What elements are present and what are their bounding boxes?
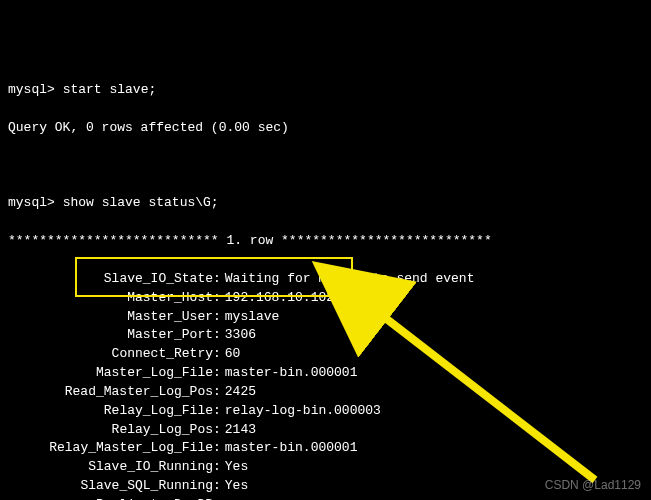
status-label: Master_Host [8, 289, 213, 308]
watermark: CSDN @Lad1129 [545, 477, 641, 494]
mysql-prompt: mysql> [8, 195, 55, 210]
colon: : [213, 440, 221, 455]
colon: : [213, 422, 221, 437]
status-label: Relay_Log_Pos [8, 421, 213, 440]
row-divider: *************************** 1. row *****… [8, 232, 643, 251]
status-label: Relay_Master_Log_File [8, 439, 213, 458]
colon: : [213, 271, 221, 286]
blank-line [8, 157, 643, 176]
status-row-read_master_log_pos: Read_Master_Log_Pos:2425 [8, 383, 643, 402]
colon: : [213, 384, 221, 399]
colon: : [213, 365, 221, 380]
status-value: 60 [221, 346, 241, 361]
mysql-prompt: mysql> [8, 82, 55, 97]
status-value: 2425 [221, 384, 256, 399]
status-row-connect_retry: Connect_Retry:60 [8, 345, 643, 364]
response-ok: Query OK, 0 rows affected (0.00 sec) [8, 119, 643, 138]
status-value: myslave [221, 309, 280, 324]
status-value: 3306 [221, 327, 256, 342]
status-value: 192.168.10.102 [221, 290, 334, 305]
status-label: Read_Master_Log_Pos [8, 383, 213, 402]
status-label: Relay_Log_File [8, 402, 213, 421]
status-row-master_port: Master_Port:3306 [8, 326, 643, 345]
colon: : [213, 478, 221, 493]
status-row-master_log_file: Master_Log_File:master-bin.000001 [8, 364, 643, 383]
status-label: Slave_SQL_Running [8, 477, 213, 496]
status-label: Master_Log_File [8, 364, 213, 383]
colon: : [213, 346, 221, 361]
status-label: Replicate_Do_DB [8, 496, 213, 500]
status-row-relay_log_pos: Relay_Log_Pos:2143 [8, 421, 643, 440]
status-label: Master_Port [8, 326, 213, 345]
status-label: Master_User [8, 308, 213, 327]
status-value: Yes [221, 459, 248, 474]
status-row-slave_io_state: Slave_IO_State:Waiting for master to sen… [8, 270, 643, 289]
cmd-line-2: mysql> show slave status\G; [8, 194, 643, 213]
status-value: master-bin.000001 [221, 365, 358, 380]
colon: : [213, 403, 221, 418]
status-label: Slave_IO_State [8, 270, 213, 289]
command-start-slave: start slave; [63, 82, 157, 97]
colon: : [213, 327, 221, 342]
status-row-replicate_do_db: Replicate_Do_DB: [8, 496, 643, 500]
status-row-master_user: Master_User:myslave [8, 308, 643, 327]
colon: : [213, 309, 221, 324]
status-value: master-bin.000001 [221, 440, 358, 455]
colon: : [213, 459, 221, 474]
status-row-relay_master_log_file: Relay_Master_Log_File:master-bin.000001 [8, 439, 643, 458]
status-label: Slave_IO_Running [8, 458, 213, 477]
status-label: Connect_Retry [8, 345, 213, 364]
colon: : [213, 290, 221, 305]
command-show-slave-status: show slave status\G; [63, 195, 219, 210]
status-row-slave_io_running: Slave_IO_Running:Yes [8, 458, 643, 477]
status-row-master_host: Master_Host:192.168.10.102 [8, 289, 643, 308]
status-value: relay-log-bin.000003 [221, 403, 381, 418]
cmd-line-1: mysql> start slave; [8, 81, 643, 100]
status-value: Waiting for master to send event [221, 271, 475, 286]
status-value: Yes [221, 478, 248, 493]
status-row-relay_log_file: Relay_Log_File:relay-log-bin.000003 [8, 402, 643, 421]
status-value: 2143 [221, 422, 256, 437]
slave-status-fields: Slave_IO_State:Waiting for master to sen… [8, 270, 643, 500]
